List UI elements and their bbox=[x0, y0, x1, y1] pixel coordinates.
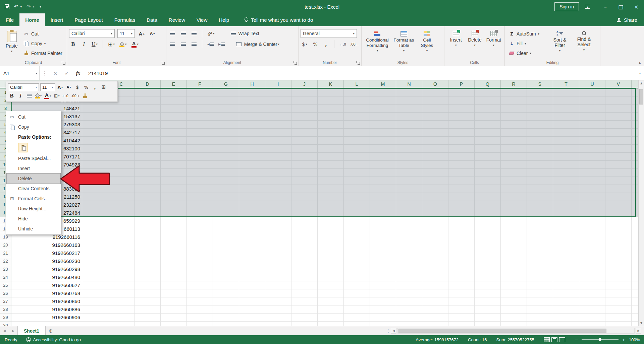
cell-R25[interactable] bbox=[501, 281, 527, 289]
name-box[interactable]: A1 ▾ bbox=[0, 66, 40, 80]
cell-U7[interactable] bbox=[579, 137, 605, 145]
menu-item-format-cells[interactable]: ⊞Format Cells... bbox=[7, 194, 60, 204]
cell-C15[interactable] bbox=[108, 201, 135, 209]
cell-H27[interactable] bbox=[239, 297, 265, 305]
column-header-I[interactable]: I bbox=[265, 80, 291, 88]
cell-R4[interactable] bbox=[501, 113, 527, 121]
cell-C11[interactable] bbox=[108, 169, 135, 177]
cell-O28[interactable] bbox=[422, 305, 448, 314]
cell-L2[interactable] bbox=[344, 96, 370, 105]
cell-J28[interactable] bbox=[291, 305, 318, 314]
cell-Q16[interactable] bbox=[475, 209, 501, 217]
tab-insert[interactable]: Insert bbox=[45, 13, 69, 26]
insert-function-icon[interactable]: fx bbox=[72, 66, 84, 80]
cell-V17[interactable] bbox=[605, 217, 632, 225]
cell-S27[interactable] bbox=[527, 297, 553, 305]
cell-L12[interactable] bbox=[344, 177, 370, 185]
cell-U24[interactable] bbox=[579, 273, 605, 281]
cell-R16[interactable] bbox=[501, 209, 527, 217]
cell-E25[interactable] bbox=[161, 281, 187, 289]
cell-T3[interactable] bbox=[553, 105, 579, 113]
cell-Q1[interactable] bbox=[475, 88, 501, 96]
mini-table-icon[interactable]: ⊞ bbox=[100, 83, 107, 91]
cell-C3[interactable] bbox=[108, 105, 135, 113]
cell-R14[interactable] bbox=[501, 193, 527, 201]
collapse-ribbon-icon[interactable]: ▴ bbox=[639, 60, 641, 65]
cell-P15[interactable] bbox=[448, 201, 475, 209]
cell-E27[interactable] bbox=[161, 297, 187, 305]
cell-A24[interactable]: 9192660480 bbox=[11, 273, 82, 281]
column-header-S[interactable]: S bbox=[527, 80, 553, 88]
cell-U3[interactable] bbox=[579, 105, 605, 113]
cell-U11[interactable] bbox=[579, 169, 605, 177]
cell-G1[interactable] bbox=[213, 88, 239, 96]
cell-U25[interactable] bbox=[579, 281, 605, 289]
cell-F9[interactable] bbox=[187, 153, 213, 161]
cell-J30[interactable] bbox=[291, 322, 318, 326]
cell-C16[interactable] bbox=[108, 209, 135, 217]
font-size-dropdown-icon[interactable]: ▾ bbox=[131, 32, 132, 35]
cell-F22[interactable] bbox=[187, 257, 213, 265]
cell-N8[interactable] bbox=[396, 145, 422, 153]
cell-F21[interactable] bbox=[187, 249, 213, 257]
cell-V21[interactable] bbox=[605, 249, 632, 257]
cell-S1[interactable] bbox=[527, 88, 553, 96]
cell-I22[interactable] bbox=[265, 257, 291, 265]
cell-U23[interactable] bbox=[579, 265, 605, 273]
formula-bar-handle[interactable]: ⋮ bbox=[40, 66, 50, 80]
cell-R22[interactable] bbox=[501, 257, 527, 265]
cell-M12[interactable] bbox=[370, 177, 396, 185]
cell-V8[interactable] bbox=[605, 145, 632, 153]
cell-L24[interactable] bbox=[344, 273, 370, 281]
cell-E7[interactable] bbox=[161, 137, 187, 145]
cell-R10[interactable] bbox=[501, 161, 527, 169]
cell-L3[interactable] bbox=[344, 105, 370, 113]
row-header-23[interactable]: 23 bbox=[0, 265, 11, 273]
row-header-24[interactable]: 24 bbox=[0, 273, 11, 281]
decrease-indent-button[interactable]: ◀ bbox=[206, 40, 215, 49]
cell-W29[interactable] bbox=[632, 314, 638, 322]
cell-K8[interactable] bbox=[318, 145, 344, 153]
merge-center-button[interactable]: Merge & Center▾ bbox=[235, 40, 280, 49]
cell-T14[interactable] bbox=[553, 193, 579, 201]
cell-P10[interactable] bbox=[448, 161, 475, 169]
cell-I8[interactable] bbox=[265, 145, 291, 153]
accessibility-status[interactable]: Accessibility: Good to go bbox=[26, 337, 81, 342]
cell-S22[interactable] bbox=[527, 257, 553, 265]
cell-P7[interactable] bbox=[448, 137, 475, 145]
cell-N19[interactable] bbox=[396, 233, 422, 241]
cell-Q13[interactable] bbox=[475, 185, 501, 193]
cell-L27[interactable] bbox=[344, 297, 370, 305]
cell-M4[interactable] bbox=[370, 113, 396, 121]
save-icon[interactable] bbox=[5, 4, 9, 9]
cell-B24[interactable] bbox=[82, 273, 108, 281]
cell-O14[interactable] bbox=[422, 193, 448, 201]
cell-B29[interactable] bbox=[82, 314, 108, 322]
mini-italic-button[interactable]: I bbox=[17, 92, 24, 100]
cell-W19[interactable] bbox=[632, 233, 638, 241]
cell-R1[interactable] bbox=[501, 88, 527, 96]
cell-G12[interactable] bbox=[213, 177, 239, 185]
cell-U13[interactable] bbox=[579, 185, 605, 193]
cell-Q27[interactable] bbox=[475, 297, 501, 305]
cell-T2[interactable] bbox=[553, 96, 579, 105]
cell-V24[interactable] bbox=[605, 273, 632, 281]
cell-D10[interactable] bbox=[135, 161, 161, 169]
cell-O8[interactable] bbox=[422, 145, 448, 153]
cell-C25[interactable] bbox=[108, 281, 135, 289]
cell-B14[interactable] bbox=[82, 193, 108, 201]
cell-K17[interactable] bbox=[318, 217, 344, 225]
cell-K10[interactable] bbox=[318, 161, 344, 169]
cell-V20[interactable] bbox=[605, 241, 632, 249]
number-dialog-launcher[interactable] bbox=[356, 61, 360, 65]
cell-S5[interactable] bbox=[527, 121, 553, 129]
cell-G11[interactable] bbox=[213, 169, 239, 177]
cell-O11[interactable] bbox=[422, 169, 448, 177]
cell-L5[interactable] bbox=[344, 121, 370, 129]
cell-R29[interactable] bbox=[501, 314, 527, 322]
expand-formula-bar-icon[interactable]: ▾ bbox=[636, 66, 644, 80]
cell-V23[interactable] bbox=[605, 265, 632, 273]
cell-P24[interactable] bbox=[448, 273, 475, 281]
zoom-in-icon[interactable]: + bbox=[622, 337, 626, 342]
cell-H11[interactable] bbox=[239, 169, 265, 177]
